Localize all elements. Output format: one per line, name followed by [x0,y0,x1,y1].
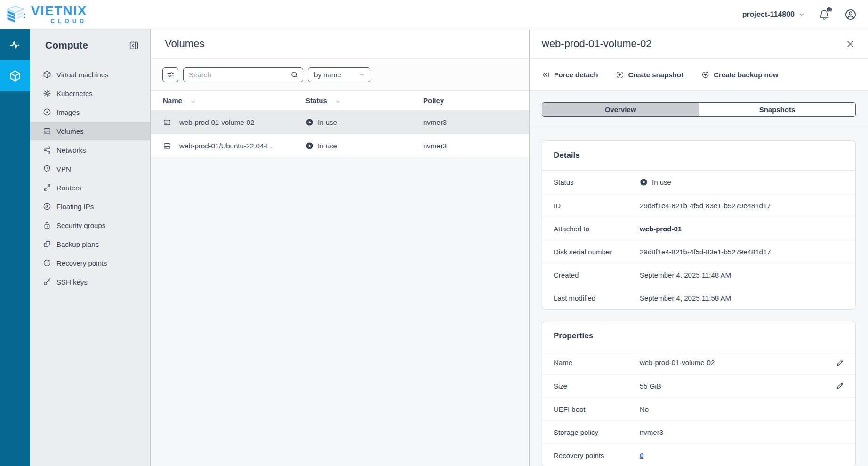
app-rail [0,29,30,466]
sort-by-select[interactable]: by name [308,67,370,82]
volume-policy: nvmer3 [423,142,447,150]
detail-value: 29d8f1e4-821b-4f5d-83e1-b5279e481d17 [640,248,771,256]
sidebar-item-recovery-points[interactable]: Recovery points [30,253,150,272]
sidebar-item-label: VPN [56,165,71,173]
sidebar-item-floating-ips[interactable]: IP Floating IPs [30,197,150,216]
column-header-policy[interactable]: Policy [423,97,444,105]
close-panel-button[interactable] [844,37,857,50]
detail-label: ID [554,202,640,210]
sidebar-item-label: Backup plans [56,240,99,248]
create-snapshot-button[interactable]: Create snapshot [616,71,683,79]
account-button[interactable] [844,8,858,22]
property-value: No [640,405,649,413]
ip-circle-icon: IP [43,202,51,211]
rail-item-compute[interactable] [0,60,30,91]
panel-collapse-icon[interactable] [129,41,139,50]
chevron-down-icon [359,72,365,78]
disc-icon [43,108,51,116]
sidebar-item-vpn[interactable]: VPN [30,159,150,178]
column-header-name[interactable]: Name [163,97,182,105]
notifications-button[interactable] [817,8,831,22]
stacked-layers-icon [5,5,26,25]
helm-wheel-icon [43,89,51,98]
sidebar-item-backup-plans[interactable]: Backup plans [30,235,150,253]
brand-name: VIETNIX [31,5,87,17]
sidebar-item-label: Networks [56,146,86,154]
property-row-name: Name web-prod-01-volume-02 [542,351,855,374]
volume-status: In use [318,142,337,150]
recovery-points-link[interactable]: 0 [640,451,643,459]
activity-pulse-icon [9,39,21,51]
search-box [183,67,303,82]
user-circle-icon [844,8,857,21]
create-backup-now-button[interactable]: Create backup now [701,71,779,79]
attached-vm-link[interactable]: web-prod-01 [640,225,682,233]
sidebar-item-volumes[interactable]: Volumes [30,122,150,140]
rail-item-monitoring[interactable] [0,29,30,60]
sidebar-item-label: Security groups [56,221,105,229]
edit-size-button[interactable] [836,382,844,390]
hard-drive-icon [163,142,171,150]
project-selector[interactable]: project-114800 [742,10,805,19]
sidebar-item-label: Virtual machines [56,71,109,79]
sidebar-item-networks[interactable]: Networks [30,140,150,159]
detail-row-created: Created September 4, 2025 11:48 AM [542,263,855,286]
tab-snapshots[interactable]: Snapshots [699,103,855,116]
tab-overview[interactable]: Overview [542,103,699,116]
play-circle-icon [640,178,648,186]
properties-heading: Properties [542,321,855,351]
search-input[interactable] [189,71,288,79]
detail-label: Status [554,178,640,186]
volume-name: web-prod-01-volume-02 [179,118,254,126]
sidebar-item-label: Kubernetes [56,90,93,98]
sidebar-item-security-groups[interactable]: Security groups [30,216,150,235]
volume-name: web-prod-01/Ubuntu-22.04-L.. [179,142,274,150]
properties-card: Properties Name web-prod-01-volume-02 Si… [542,321,856,466]
force-detach-button[interactable]: Force detach [542,71,598,79]
detail-label: Last modified [554,294,640,302]
detail-value: 29d8f1e4-821b-4f5d-83e1-b5279e481d17 [640,202,771,210]
page-title: Volumes [165,38,204,50]
sort-by-value: by name [314,71,341,79]
property-label: Name [554,359,640,367]
play-circle-icon [305,118,313,126]
sidebar-item-images[interactable]: Images [30,103,150,122]
magnifier-icon [290,71,298,79]
sidebar-item-kubernetes[interactable]: Kubernetes [30,84,150,103]
brand-logo: VIETNIX CLOUD [5,5,87,25]
hard-drive-icon [43,127,51,135]
key-icon [43,278,51,286]
detail-row-last-modified: Last modified September 4, 2025 11:58 AM [542,286,855,309]
volume-detail-panel: web-prod-01-volume-02 Force detach Creat… [529,29,868,466]
sidebar-item-routers[interactable]: Routers [30,178,150,197]
property-row-uefi-boot: UEFI boot No [542,397,855,420]
tab-label: Overview [605,106,636,114]
sidebar-item-virtual-machines[interactable]: Virtual machines [30,65,150,84]
play-circle-icon [305,142,313,150]
property-row-recovery-points: Recovery points 0 [542,443,855,466]
sidebar-item-label: Floating IPs [56,203,94,211]
property-label: UEFI boot [554,405,640,413]
sidebar-item-label: Routers [56,184,81,192]
arrow-down-icon[interactable] [190,98,196,104]
property-value: 55 GiB [640,382,661,390]
sliders-icon [167,71,175,79]
tab-label: Snapshots [759,106,796,114]
brand-wordmark: VIETNIX CLOUD [31,5,87,24]
copy-squares-icon [43,240,51,248]
sidebar-item-ssh-keys[interactable]: SSH keys [30,272,150,291]
panel-tabstrip: Overview Snapshots [530,91,868,128]
brand-sub: CLOUD [31,18,87,24]
lock-icon [43,221,51,229]
filter-button[interactable] [162,67,178,82]
column-header-status[interactable]: Status [305,97,327,105]
panel-title: web-prod-01-volume-02 [542,38,652,50]
property-value: web-prod-01-volume-02 [640,359,715,367]
network-nodes-icon [43,146,51,154]
edit-name-button[interactable] [836,359,844,367]
shield-icon [43,164,51,173]
property-row-storage-policy: Storage policy nvmer3 [542,420,855,443]
arrow-down-icon[interactable] [335,98,341,104]
panel-action-bar: Force detach Create snapshot Create back… [530,59,868,91]
chevron-down-icon [798,11,805,18]
